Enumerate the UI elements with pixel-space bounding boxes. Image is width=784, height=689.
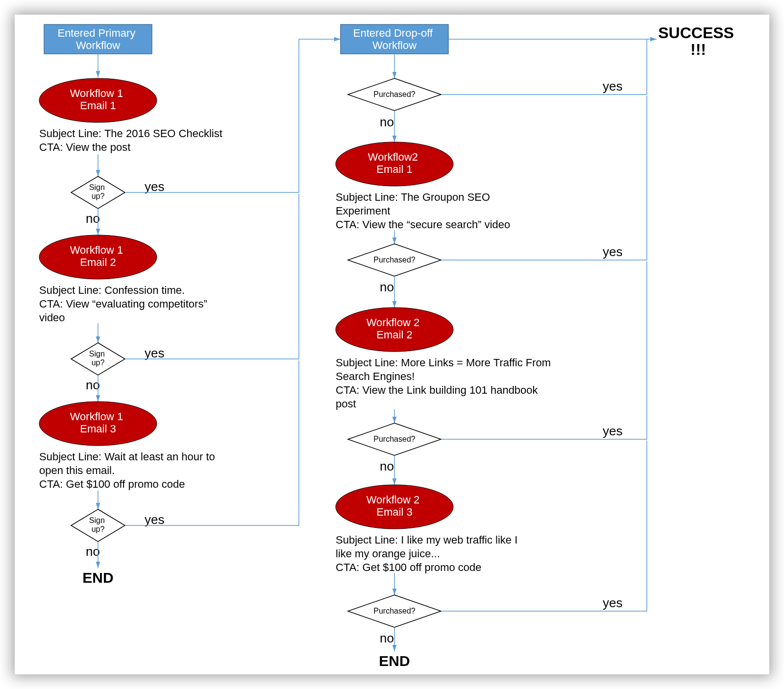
wf2-email1-desc: Subject Line: The Groupon SEO Experiment… <box>336 191 510 231</box>
svg-text:Sign
          up?: Sign up? <box>89 350 107 367</box>
wf2-email1-node: Workflow2 Email 1 <box>336 142 453 186</box>
end-left: END <box>82 570 113 586</box>
wf2-decision1: Purchased? <box>348 78 441 111</box>
no-label: no <box>380 280 394 294</box>
dropoff-header-box: Entered Drop-off Workflow <box>341 24 448 54</box>
svg-text:Purchased?: Purchased? <box>373 607 415 615</box>
flowchart-canvas: Entered Primary Workflow Workflow 1 Emai… <box>15 15 769 674</box>
svg-text:Sign
          up?: Sign up? <box>89 183 107 200</box>
yes-label: yes <box>145 512 164 527</box>
wf2-decision2: Purchased? <box>348 244 441 276</box>
no-label: no <box>380 459 394 474</box>
wf1-email1-node: Workflow 1 Email 1 <box>39 78 157 122</box>
wf2-decision4: Purchased? <box>348 595 441 627</box>
no-label: no <box>380 115 394 129</box>
no-label: no <box>380 631 394 645</box>
wf2-email3-desc: Subject Line: I like my web traffic like… <box>336 534 520 573</box>
wf1-decision1: Sign up? <box>71 176 125 209</box>
wf2-email2-node: Workflow 2 Email 2 <box>336 308 453 352</box>
wf1-email2-node: Workflow 1 Email 2 <box>39 235 157 279</box>
yes-label: yes <box>603 595 622 610</box>
yes-label: yes <box>145 346 164 360</box>
wf1-email2-desc: Subject Line: Confession time. CTA: View… <box>39 284 210 324</box>
wf1-decision3: Sign up? <box>71 509 125 542</box>
svg-text:Purchased?: Purchased? <box>373 256 415 264</box>
wf1-email3-node: Workflow 1 Email 3 <box>39 402 157 446</box>
yes-label: yes <box>603 79 622 94</box>
wf1-email1-desc: Subject Line: The 2016 SEO Checklist CTA… <box>39 127 225 153</box>
success-label: SUCCESS !!! <box>658 24 738 58</box>
svg-text:Purchased?: Purchased? <box>373 435 415 443</box>
svg-text:Purchased?: Purchased? <box>373 90 415 98</box>
wf2-decision3: Purchased? <box>348 423 441 455</box>
yes-label: yes <box>145 179 164 194</box>
svg-text:Sign
          up?: Sign up? <box>89 516 107 533</box>
wf2-email2-desc: Subject Line: More Links = More Traffic … <box>336 356 554 410</box>
wf1-decision2: Sign up? <box>71 343 125 375</box>
primary-header-box: Entered Primary Workflow <box>44 24 152 54</box>
yes-label: yes <box>603 244 622 259</box>
wf1-email3-desc: Subject Line: Wait at least an hour to o… <box>39 451 218 490</box>
end-right: END <box>379 653 410 669</box>
wf2-email3-node: Workflow 2 Email 3 <box>336 485 453 529</box>
yes-label: yes <box>603 424 622 438</box>
